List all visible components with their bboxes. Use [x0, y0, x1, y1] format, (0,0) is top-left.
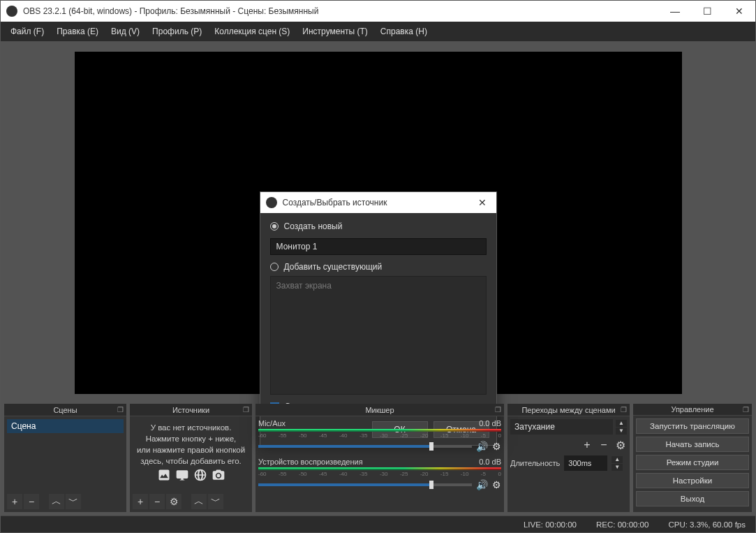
mixer-channel-mic: Mic/Aux 0.0 dB -60-55-50-45-40-35-30-25-…: [258, 419, 501, 452]
status-rec: REC: 00:00:00: [596, 520, 648, 529]
db-scale-mic: -60-55-50-45-40-35-30-25-20-15-10-50: [258, 432, 501, 439]
menu-scene-collection[interactable]: Коллекция сцен (S): [209, 24, 295, 39]
controls-undock-icon[interactable]: ❐: [741, 405, 750, 414]
start-recording-button[interactable]: Начать запись: [636, 437, 749, 452]
sources-panel: Источники ❐ У вас нет источников. Нажмит…: [130, 404, 252, 512]
db-scale-playback: -60-55-50-45-40-35-30-25-20-15-10-50: [258, 471, 501, 477]
controls-title: Управление: [671, 405, 713, 414]
radio-create-new-label: Создать новый: [284, 221, 343, 231]
menu-profile[interactable]: Профиль (P): [147, 24, 207, 39]
transitions-title: Переходы между сценами: [521, 406, 615, 414]
transitions-undock-icon[interactable]: ❐: [619, 405, 628, 414]
menu-view[interactable]: Вид (V): [105, 24, 145, 39]
radio-add-existing[interactable]: Добавить существующий: [270, 262, 487, 272]
status-live: LIVE: 00:00:00: [524, 520, 577, 529]
radio-add-existing-label: Добавить существующий: [284, 262, 383, 272]
transition-select[interactable]: Затухание: [510, 419, 613, 435]
source-globe-icon: [193, 468, 207, 485]
source-up-button[interactable]: ︿: [191, 494, 207, 509]
dialog-titlebar: Создать/Выбрать источник ✕: [260, 192, 496, 213]
menu-tools[interactable]: Инструменты (T): [297, 24, 373, 39]
menu-edit[interactable]: Правка (E): [51, 24, 104, 39]
gear-icon[interactable]: ⚙: [492, 441, 501, 452]
mixer-channel-db: 0.0 dB: [479, 458, 501, 466]
duration-up[interactable]: ▲: [612, 456, 623, 463]
exit-button[interactable]: Выход: [636, 491, 749, 506]
mixer-title: Микшер: [365, 406, 394, 414]
statusbar: LIVE: 00:00:00 REC: 00:00:00 CPU: 3.3%, …: [1, 516, 755, 532]
scenes-panel: Сцены ❐ Сцена + − ︿ ﹀: [4, 404, 126, 512]
mixer-undock-icon[interactable]: ❐: [494, 405, 502, 414]
transition-add-button[interactable]: +: [581, 439, 593, 451]
volume-slider-mic[interactable]: [258, 445, 472, 448]
start-streaming-button[interactable]: Запустить трансляцию: [636, 418, 749, 434]
sources-empty-text: У вас нет источников. Нажмите кнопку + н…: [133, 419, 249, 468]
close-button[interactable]: ✕: [723, 1, 755, 22]
existing-source-hint: Захват экрана: [276, 281, 332, 291]
scenes-undock-icon[interactable]: ❐: [116, 405, 124, 414]
duration-down[interactable]: ▼: [612, 464, 623, 471]
vu-meter-playback: [258, 467, 501, 470]
sources-undock-icon[interactable]: ❐: [242, 405, 250, 414]
gear-icon[interactable]: ⚙: [492, 479, 501, 490]
dialog-app-icon: [266, 197, 277, 208]
mixer-channel-name: Устройство воспроизведения: [258, 458, 363, 466]
mixer-channel-playback: Устройство воспроизведения 0.0 dB -60-55…: [258, 458, 501, 490]
mixer-channel-name: Mic/Aux: [258, 419, 286, 428]
minimize-button[interactable]: —: [659, 1, 691, 22]
transition-select-up[interactable]: ▲: [616, 420, 627, 427]
scenes-title: Сцены: [53, 406, 77, 414]
scene-down-button[interactable]: ﹀: [66, 494, 81, 509]
app-window: OBS 23.2.1 (64-bit, windows) - Профиль: …: [0, 0, 756, 533]
scene-remove-button[interactable]: −: [24, 494, 39, 509]
mixer-channel-db: 0.0 dB: [479, 419, 501, 428]
titlebar: OBS 23.2.1 (64-bit, windows) - Профиль: …: [1, 1, 755, 22]
source-name-input[interactable]: [270, 238, 487, 255]
transition-select-down[interactable]: ▼: [616, 428, 627, 435]
dialog-close-button[interactable]: ✕: [468, 197, 496, 208]
status-cpu: CPU: 3.3%, 60.00 fps: [668, 520, 746, 529]
existing-sources-list[interactable]: Захват экрана: [270, 276, 487, 395]
duration-label: Длительность: [510, 459, 560, 467]
dialog-title-text: Создать/Выбрать источник: [283, 198, 468, 207]
source-remove-button[interactable]: −: [149, 494, 165, 509]
speaker-icon[interactable]: 🔊: [476, 441, 488, 452]
sources-title: Источники: [172, 406, 209, 414]
source-add-button[interactable]: +: [133, 494, 148, 509]
source-image-icon: [157, 468, 171, 485]
window-title: OBS 23.2.1 (64-bit, windows) - Профиль: …: [23, 6, 659, 16]
scene-up-button[interactable]: ︿: [49, 494, 64, 509]
transition-settings-button[interactable]: ⚙: [614, 439, 627, 451]
controls-panel: Управление ❐ Запустить трансляцию Начать…: [633, 404, 752, 512]
panels-row: Сцены ❐ Сцена + − ︿ ﹀ Источни: [4, 404, 752, 512]
scene-item[interactable]: Сцена: [7, 419, 124, 433]
duration-input[interactable]: 300ms: [564, 455, 607, 471]
menu-help[interactable]: Справка (H): [375, 24, 433, 39]
preview-area: Создать/Выбрать источник ✕ Создать новый…: [4, 45, 752, 400]
source-display-icon: [175, 468, 189, 485]
settings-button[interactable]: Настройки: [636, 473, 749, 488]
source-settings-button[interactable]: ⚙: [166, 494, 181, 509]
maximize-button[interactable]: ☐: [691, 1, 723, 22]
transition-remove-button[interactable]: −: [598, 439, 610, 451]
speaker-icon[interactable]: 🔊: [476, 479, 488, 490]
radio-create-new[interactable]: Создать новый: [270, 221, 487, 231]
studio-mode-button[interactable]: Режим студии: [636, 455, 749, 470]
app-icon: [6, 6, 17, 17]
vu-meter-mic: [258, 429, 501, 432]
scene-add-button[interactable]: +: [7, 494, 22, 509]
source-down-button[interactable]: ﹀: [208, 494, 223, 509]
mixer-panel: Микшер ❐ Mic/Aux 0.0 dB -60-55-50-45-40-…: [255, 404, 504, 512]
content-area: Создать/Выбрать источник ✕ Создать новый…: [1, 41, 755, 516]
menu-file[interactable]: Файл (F): [5, 24, 50, 39]
menubar: Файл (F) Правка (E) Вид (V) Профиль (P) …: [1, 22, 755, 41]
volume-slider-playback[interactable]: [258, 483, 472, 486]
transitions-panel: Переходы между сценами ❐ Затухание ▲ ▼ +…: [507, 404, 630, 512]
source-camera-icon: [212, 468, 225, 485]
